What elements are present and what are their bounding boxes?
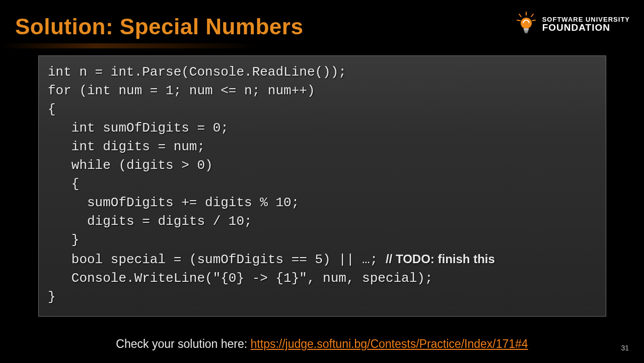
- svg-point-5: [521, 18, 532, 29]
- code-line: int sumOfDigits = 0;: [48, 120, 229, 136]
- slide-title: Solution: Special Numbers: [15, 14, 303, 39]
- svg-line-4: [532, 20, 535, 21]
- brand-line-2: FOUNDATION: [542, 23, 630, 32]
- svg-line-1: [519, 14, 521, 17]
- footer-prefix: Check your solution here:: [116, 337, 250, 350]
- footer-text: Check your solution here: https://judge.…: [0, 337, 644, 351]
- brand-text: SOFTWARE UNIVERSITY FOUNDATION: [542, 16, 630, 32]
- code-line: sumOfDigits += digits % 10;: [48, 195, 299, 210]
- brand-logo: SOFTWARE UNIVERSITY FOUNDATION: [515, 11, 630, 37]
- code-line: {: [48, 102, 56, 117]
- code-line: }: [48, 232, 79, 248]
- code-line: bool special = (sumOfDigits == 5) || …;: [48, 252, 386, 267]
- lightbulb-icon: [515, 11, 537, 37]
- svg-rect-8: [525, 32, 528, 33]
- code-line: while (digits > 0): [48, 158, 213, 173]
- slide: Solution: Special Numbers SOFTWARE UNIVE: [0, 0, 644, 363]
- page-number: 31: [621, 344, 629, 352]
- svg-rect-6: [524, 28, 529, 30]
- svg-line-2: [531, 14, 533, 17]
- code-comment: // TODO: finish this: [386, 252, 495, 266]
- code-line: digits = digits / 10;: [48, 214, 252, 229]
- title-underline: [0, 43, 644, 48]
- svg-rect-7: [524, 30, 528, 32]
- code-line: int digits = num;: [48, 139, 205, 154]
- svg-line-3: [517, 20, 520, 21]
- code-block: int n = int.Parse(Console.ReadLine()); f…: [38, 55, 606, 317]
- code-line: Console.WriteLine("{0} -> {1}", num, spe…: [48, 271, 433, 286]
- solution-link[interactable]: https://judge.softuni.bg/Contests/Practi…: [251, 337, 528, 350]
- code-line: }: [48, 289, 56, 305]
- code-line: int n = int.Parse(Console.ReadLine());: [48, 65, 346, 80]
- code-line: for (int num = 1; num <= n; num++): [48, 83, 315, 98]
- code-line: {: [48, 176, 79, 192]
